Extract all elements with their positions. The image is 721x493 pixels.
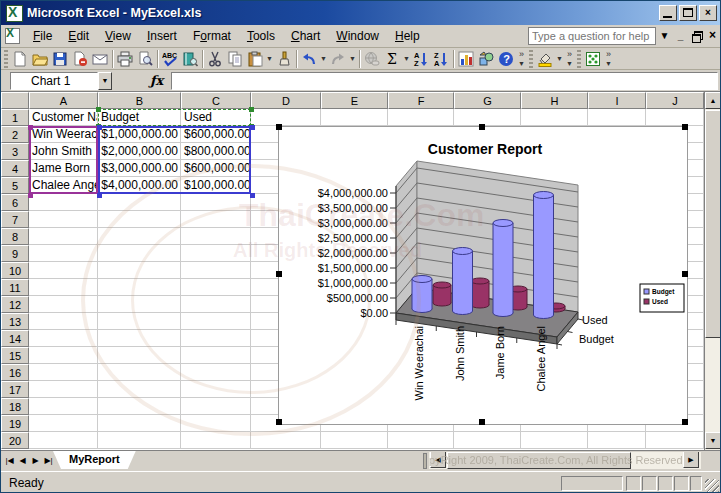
chart-object[interactable]: $0.00$500,000.00$1,000,000.00$1,500,000.… xyxy=(278,126,688,425)
select-objects-icon[interactable] xyxy=(583,49,603,69)
help-question-input[interactable] xyxy=(528,27,656,45)
workbook-restore-button[interactable] xyxy=(689,28,704,44)
cut-icon[interactable] xyxy=(205,49,225,69)
row-header-8[interactable]: 8 xyxy=(1,228,29,245)
chart-selection-handle[interactable] xyxy=(682,419,688,425)
menu-view[interactable]: View xyxy=(97,26,139,46)
save-icon[interactable] xyxy=(50,49,70,69)
cell-B2[interactable]: $1,000,000.00 xyxy=(99,127,180,142)
row-header-15[interactable]: 15 xyxy=(1,347,29,364)
chart-selection-handle[interactable] xyxy=(276,124,282,130)
select-all-corner[interactable] xyxy=(1,92,29,109)
row-header-5[interactable]: 5 xyxy=(1,177,29,194)
chart-selection-handle[interactable] xyxy=(479,419,485,425)
row-header-17[interactable]: 17 xyxy=(1,381,29,398)
column-header-E[interactable]: E xyxy=(321,92,388,109)
tab-split-handle[interactable] xyxy=(423,453,427,469)
cell-A3[interactable]: John Smith xyxy=(30,144,97,159)
toolbar-grip[interactable] xyxy=(577,50,581,68)
copy-icon[interactable] xyxy=(225,49,245,69)
permission-icon[interactable] xyxy=(70,49,90,69)
drawing-icon[interactable] xyxy=(476,49,496,69)
cell-C2[interactable]: $600,000.00 xyxy=(182,127,250,142)
research-icon[interactable] xyxy=(180,49,200,69)
insert-function-icon[interactable]: ƒx xyxy=(150,73,163,88)
title-bar[interactable]: X Microsoft Excel - MyExcel.xls × xyxy=(1,1,720,25)
redo-dropdown-icon[interactable]: ▼ xyxy=(348,49,357,69)
autosum-icon[interactable]: Σ xyxy=(382,49,402,69)
format-painter-icon[interactable] xyxy=(274,49,294,69)
close-button[interactable]: × xyxy=(699,5,717,21)
scroll-up-icon[interactable]: ▲ xyxy=(705,92,721,109)
row-header-19[interactable]: 19 xyxy=(1,415,29,432)
horizontal-scrollbar[interactable]: ◀ ▶ CopyRight 2009, ThaiCreate.Com, All … xyxy=(429,452,701,469)
toolbar-grip[interactable] xyxy=(529,50,533,68)
menu-insert[interactable]: Insert xyxy=(139,26,185,46)
row-header-7[interactable]: 7 xyxy=(1,211,29,228)
cell-A1[interactable]: Customer Name xyxy=(30,110,97,125)
vertical-scroll-thumb[interactable] xyxy=(705,110,721,338)
row-header-14[interactable]: 14 xyxy=(1,330,29,347)
autosum-dropdown-icon[interactable]: ▼ xyxy=(402,49,411,69)
row-header-11[interactable]: 11 xyxy=(1,279,29,296)
help-dropdown-icon[interactable]: ▼ xyxy=(657,28,672,44)
fill-color-icon[interactable] xyxy=(535,49,555,69)
sort-ascending-icon[interactable]: AZ xyxy=(411,49,431,69)
chart-selection-handle[interactable] xyxy=(682,124,688,130)
row-header-1[interactable]: 1 xyxy=(1,109,29,126)
new-document-icon[interactable] xyxy=(10,49,30,69)
row-header-20[interactable]: 20 xyxy=(1,432,29,449)
cell-A4[interactable]: Jame Born xyxy=(30,161,97,176)
cell-B3[interactable]: $2,000,000.00 xyxy=(99,144,180,159)
spelling-icon[interactable]: ABC xyxy=(160,49,180,69)
chart-wizard-icon[interactable] xyxy=(456,49,476,69)
row-header-13[interactable]: 13 xyxy=(1,313,29,330)
maximize-button[interactable] xyxy=(679,5,697,21)
row-header-18[interactable]: 18 xyxy=(1,398,29,415)
toolbar-options-icon[interactable]: »▼ xyxy=(603,49,614,69)
toolbar-options-icon[interactable]: »▼ xyxy=(516,49,527,69)
undo-dropdown-icon[interactable]: ▼ xyxy=(319,49,328,69)
menu-window[interactable]: Window xyxy=(328,26,387,46)
cell-C1[interactable]: Used xyxy=(182,110,250,125)
menu-tools[interactable]: Tools xyxy=(239,26,283,46)
paste-icon[interactable] xyxy=(245,49,265,69)
cell-C3[interactable]: $800,000.00 xyxy=(182,144,250,159)
worksheet-grid[interactable]: ABCDEFGHIJ123456789101112131415161718192… xyxy=(1,92,721,450)
menu-help[interactable]: Help xyxy=(387,26,428,46)
column-header-H[interactable]: H xyxy=(521,92,588,109)
chart-selection-handle[interactable] xyxy=(276,271,282,277)
row-header-2[interactable]: 2 xyxy=(1,126,29,143)
formula-input[interactable] xyxy=(171,72,718,90)
print-preview-icon[interactable] xyxy=(135,49,155,69)
row-header-9[interactable]: 9 xyxy=(1,245,29,262)
row-header-12[interactable]: 12 xyxy=(1,296,29,313)
workbook-icon[interactable]: X xyxy=(5,28,20,44)
menu-file[interactable]: File xyxy=(25,26,60,46)
cell-B1[interactable]: Budget xyxy=(99,110,180,125)
prev-sheet-icon[interactable]: ◀ xyxy=(16,453,29,469)
row-header-6[interactable]: 6 xyxy=(1,194,29,211)
column-header-G[interactable]: G xyxy=(454,92,521,109)
chart-selection-handle[interactable] xyxy=(276,419,282,425)
name-box[interactable]: Chart 1 xyxy=(10,72,98,90)
workbook-close-button[interactable]: × xyxy=(705,28,720,44)
print-icon[interactable] xyxy=(115,49,135,69)
toolbar-options-icon[interactable]: »▼ xyxy=(564,49,575,69)
sort-descending-icon[interactable]: ZA xyxy=(431,49,451,69)
scroll-right-icon[interactable]: ▶ xyxy=(683,452,699,468)
undo-icon[interactable] xyxy=(299,49,319,69)
menu-format[interactable]: Format xyxy=(185,26,239,46)
menu-edit[interactable]: Edit xyxy=(60,26,97,46)
row-header-4[interactable]: 4 xyxy=(1,160,29,177)
column-header-J[interactable]: J xyxy=(646,92,704,109)
fill-color-dropdown-icon[interactable]: ▼ xyxy=(555,49,564,69)
cell-A2[interactable]: Win Weerachai xyxy=(30,127,97,142)
cell-A5[interactable]: Chalee Angel xyxy=(30,178,97,193)
row-header-3[interactable]: 3 xyxy=(1,143,29,160)
minimize-button[interactable] xyxy=(659,5,677,21)
cell-B4[interactable]: $3,000,000.00 xyxy=(99,161,180,176)
chart-selection-handle[interactable] xyxy=(479,124,485,130)
row-header-10[interactable]: 10 xyxy=(1,262,29,279)
insert-hyperlink-icon[interactable] xyxy=(362,49,382,69)
